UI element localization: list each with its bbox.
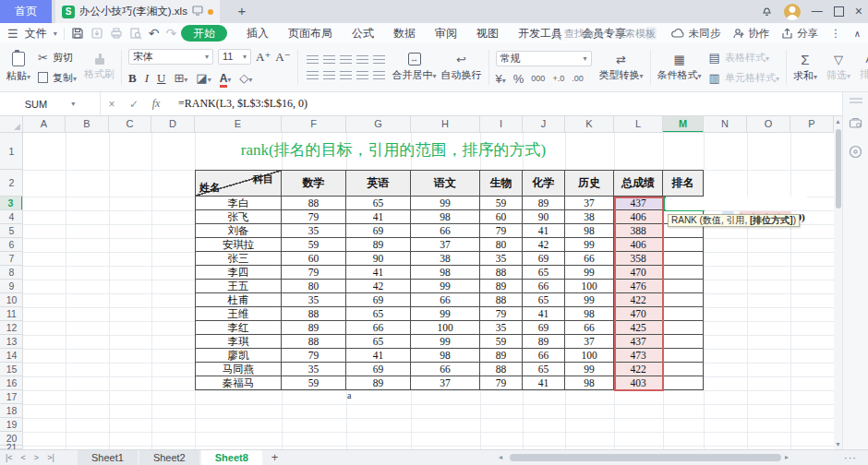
- cell-score[interactable]: 99: [411, 335, 480, 349]
- cell-score[interactable]: 60: [282, 252, 346, 266]
- table-style-button[interactable]: ▤ 表格样式▾: [709, 51, 779, 65]
- cell-name[interactable]: 马同燕: [195, 363, 282, 376]
- bold-button[interactable]: B: [128, 71, 137, 86]
- cell-score[interactable]: 88: [480, 363, 523, 376]
- cell-score[interactable]: 79: [480, 224, 523, 238]
- confirm-entry-icon[interactable]: ✓: [123, 98, 145, 111]
- copy-button[interactable]: 复制▾: [38, 71, 77, 85]
- cell-total[interactable]: 406: [614, 238, 663, 252]
- cell-score[interactable]: 59: [282, 376, 346, 390]
- cell-score[interactable]: 98: [411, 210, 480, 224]
- cell-score[interactable]: 89: [523, 335, 565, 349]
- tab-home[interactable]: 开始: [181, 25, 227, 42]
- increase-indent-icon[interactable]: [373, 55, 385, 64]
- collapse-ribbon-icon[interactable]: ∧: [854, 29, 861, 39]
- column-header-I[interactable]: I: [480, 116, 523, 133]
- cell-name[interactable]: 张三: [195, 252, 282, 266]
- cell-score[interactable]: 60: [480, 210, 523, 224]
- bell-icon[interactable]: [761, 5, 773, 19]
- cell-score[interactable]: 65: [346, 197, 411, 210]
- cell-score[interactable]: 35: [282, 224, 346, 238]
- sheet-tab-Sheet8[interactable]: Sheet8: [201, 450, 262, 465]
- decrease-decimal-icon[interactable]: .00: [572, 74, 584, 83]
- cell-score[interactable]: 35: [480, 252, 523, 266]
- cell-total[interactable]: 437: [614, 197, 663, 210]
- cell-score[interactable]: 65: [346, 307, 411, 321]
- align-bottom-icon[interactable]: [340, 55, 352, 64]
- justify-icon[interactable]: [356, 71, 368, 79]
- collaborate-button[interactable]: 协作: [732, 27, 769, 41]
- column-header-O[interactable]: O: [747, 116, 790, 133]
- eraser-button[interactable]: ◇▾: [239, 72, 252, 85]
- font-size-select[interactable]: 11▾: [218, 49, 251, 65]
- sheet-nav-icon-3[interactable]: >|: [47, 453, 54, 462]
- add-sheet-button[interactable]: +: [264, 450, 286, 465]
- cell-score[interactable]: 66: [565, 252, 614, 266]
- new-tab-button[interactable]: +: [233, 0, 251, 23]
- scroll-down-icon[interactable]: ▼: [834, 441, 842, 447]
- row-header-6[interactable]: 6: [0, 238, 23, 252]
- sync-status[interactable]: 未同步: [670, 27, 721, 41]
- cell-name[interactable]: 杜甫: [195, 293, 282, 307]
- cell-rank[interactable]: [663, 280, 704, 293]
- cell-score[interactable]: 98: [411, 349, 480, 363]
- cell-style-button[interactable]: ▥ 单元格样式▾: [709, 71, 779, 85]
- cell-score[interactable]: 79: [282, 210, 346, 224]
- cell-name[interactable]: 刘备: [195, 224, 282, 238]
- row-header-16[interactable]: 16: [0, 376, 23, 390]
- cell-score[interactable]: 66: [565, 321, 614, 335]
- hamburger-icon[interactable]: ☰: [7, 27, 18, 41]
- cell-total[interactable]: 470: [614, 307, 663, 321]
- sum-button[interactable]: Σ 求和▾: [793, 46, 817, 89]
- cell-score[interactable]: 88: [282, 197, 346, 210]
- cell-score[interactable]: 89: [480, 349, 523, 363]
- currency-icon[interactable]: ¥▾: [496, 73, 506, 85]
- distribute-icon[interactable]: [373, 71, 385, 79]
- cell-score[interactable]: 98: [565, 224, 614, 238]
- select-all-corner[interactable]: [0, 116, 23, 133]
- help-icon[interactable]: [849, 145, 862, 161]
- font-color-button[interactable]: A▾: [220, 72, 232, 85]
- cell-score[interactable]: 98: [565, 307, 614, 321]
- cell-score[interactable]: 79: [480, 376, 523, 390]
- cell-rank[interactable]: [663, 238, 704, 252]
- percent-icon[interactable]: %: [513, 73, 524, 85]
- cell-total[interactable]: 422: [614, 363, 663, 376]
- row-header-8[interactable]: 8: [0, 266, 23, 280]
- thousands-icon[interactable]: 000: [531, 74, 545, 83]
- cell-score[interactable]: 79: [282, 266, 346, 280]
- cell-score[interactable]: 99: [565, 238, 614, 252]
- cell-score[interactable]: 88: [480, 293, 523, 307]
- cell-score[interactable]: 89: [346, 238, 411, 252]
- row-header-4[interactable]: 4: [0, 210, 23, 224]
- row-header-1[interactable]: 1: [0, 133, 23, 170]
- number-format-select[interactable]: 常规▾: [496, 51, 592, 66]
- sidebar-handle[interactable]: [850, 98, 862, 100]
- cell-score[interactable]: 90: [346, 252, 411, 266]
- cancel-entry-icon[interactable]: ×: [101, 98, 123, 111]
- sheet-canvas[interactable]: rank(排名的目标，引用的范围，排序的方式) 科目姓名数学英语语文生物化学历史…: [23, 133, 834, 449]
- formula-input[interactable]: =RANK(L3, $L$3:$L$16, 0): [167, 97, 307, 111]
- cell-score[interactable]: 37: [565, 197, 614, 210]
- row-header-15[interactable]: 15: [0, 363, 23, 376]
- cell-score[interactable]: 99: [411, 307, 480, 321]
- sheet-tab-Sheet1[interactable]: Sheet1: [78, 450, 138, 465]
- cell-name[interactable]: 李红: [195, 321, 282, 335]
- cell-total[interactable]: 476: [614, 280, 663, 293]
- cell-score[interactable]: 99: [565, 293, 614, 307]
- cell-score[interactable]: 41: [523, 307, 565, 321]
- cell-name[interactable]: 王五: [195, 280, 282, 293]
- align-right-icon[interactable]: [340, 71, 352, 79]
- cell-score[interactable]: 37: [411, 238, 480, 252]
- share-button[interactable]: 分享: [781, 27, 818, 41]
- cell-score[interactable]: 42: [346, 280, 411, 293]
- cell-score[interactable]: 89: [480, 280, 523, 293]
- cell-score[interactable]: 59: [282, 238, 346, 252]
- status-more-button[interactable]: ···: [844, 450, 857, 465]
- toolbox-icon[interactable]: [849, 116, 862, 132]
- tab-page-layout[interactable]: 页面布局: [288, 26, 332, 42]
- cell-score[interactable]: 69: [346, 224, 411, 238]
- redo-icon[interactable]: ↷: [165, 26, 176, 41]
- table-header-7[interactable]: 总成绩: [614, 170, 663, 197]
- column-header-A[interactable]: A: [23, 116, 66, 133]
